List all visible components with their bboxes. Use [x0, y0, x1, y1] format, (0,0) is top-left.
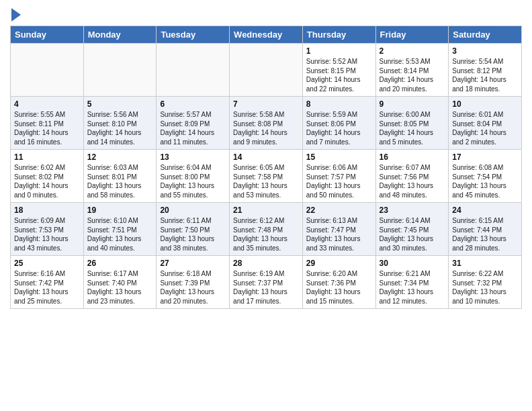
calendar-day-cell: 1Sunrise: 5:52 AM Sunset: 8:15 PM Daylig… — [302, 44, 375, 97]
calendar-day-cell: 30Sunrise: 6:21 AM Sunset: 7:34 PM Dayli… — [375, 256, 449, 309]
day-info: Sunrise: 6:12 AM Sunset: 7:48 PM Dayligh… — [233, 216, 299, 253]
calendar-day-cell: 8Sunrise: 5:59 AM Sunset: 8:06 PM Daylig… — [302, 97, 375, 150]
calendar-day-cell: 25Sunrise: 6:16 AM Sunset: 7:42 PM Dayli… — [11, 256, 84, 309]
day-number: 25 — [14, 259, 80, 268]
calendar-day-cell: 12Sunrise: 6:03 AM Sunset: 8:01 PM Dayli… — [83, 150, 157, 203]
day-info: Sunrise: 5:57 AM Sunset: 8:09 PM Dayligh… — [160, 110, 226, 146]
day-number: 24 — [452, 205, 518, 215]
day-number: 20 — [160, 205, 226, 215]
header — [10, 7, 522, 21]
day-info: Sunrise: 5:52 AM Sunset: 8:15 PM Dayligh… — [306, 57, 372, 93]
day-number: 17 — [452, 152, 518, 162]
day-info: Sunrise: 5:54 AM Sunset: 8:12 PM Dayligh… — [452, 57, 518, 93]
day-info: Sunrise: 6:04 AM Sunset: 8:00 PM Dayligh… — [160, 163, 226, 199]
calendar-day-cell: 26Sunrise: 6:17 AM Sunset: 7:40 PM Dayli… — [83, 256, 157, 309]
calendar-day-cell: 6Sunrise: 5:57 AM Sunset: 8:09 PM Daylig… — [157, 97, 230, 150]
day-number: 28 — [233, 259, 299, 268]
day-number: 9 — [380, 99, 445, 109]
day-info: Sunrise: 6:14 AM Sunset: 7:45 PM Dayligh… — [380, 216, 445, 253]
day-number: 6 — [160, 99, 226, 109]
calendar-day-cell: 2Sunrise: 5:53 AM Sunset: 8:14 PM Daylig… — [375, 44, 449, 97]
day-info: Sunrise: 6:19 AM Sunset: 7:37 PM Dayligh… — [233, 269, 299, 306]
day-info: Sunrise: 6:08 AM Sunset: 7:54 PM Dayligh… — [452, 163, 518, 199]
calendar-day-cell: 4Sunrise: 5:55 AM Sunset: 8:11 PM Daylig… — [11, 97, 84, 150]
calendar-day-cell: 10Sunrise: 6:01 AM Sunset: 8:04 PM Dayli… — [449, 97, 522, 150]
day-info: Sunrise: 6:05 AM Sunset: 7:58 PM Dayligh… — [233, 163, 299, 199]
calendar-day-cell: 21Sunrise: 6:12 AM Sunset: 7:48 PM Dayli… — [230, 203, 303, 256]
day-info: Sunrise: 6:15 AM Sunset: 7:44 PM Dayligh… — [452, 216, 518, 253]
day-number: 31 — [452, 259, 518, 268]
calendar-week-row: 25Sunrise: 6:16 AM Sunset: 7:42 PM Dayli… — [11, 256, 522, 309]
calendar-day-cell: 9Sunrise: 6:00 AM Sunset: 8:05 PM Daylig… — [375, 97, 449, 150]
day-number: 5 — [87, 99, 153, 109]
calendar-day-cell: 31Sunrise: 6:22 AM Sunset: 7:32 PM Dayli… — [449, 256, 522, 309]
day-number: 21 — [233, 205, 299, 215]
day-number: 7 — [233, 99, 299, 109]
calendar-header-monday: Monday — [83, 26, 157, 44]
calendar-day-cell: 22Sunrise: 6:13 AM Sunset: 7:47 PM Dayli… — [302, 203, 375, 256]
day-number: 8 — [306, 99, 372, 109]
calendar-day-cell: 17Sunrise: 6:08 AM Sunset: 7:54 PM Dayli… — [449, 150, 522, 203]
day-number: 11 — [14, 152, 80, 162]
calendar-week-row: 4Sunrise: 5:55 AM Sunset: 8:11 PM Daylig… — [11, 97, 522, 150]
day-info: Sunrise: 6:00 AM Sunset: 8:05 PM Dayligh… — [380, 110, 445, 146]
day-info: Sunrise: 6:10 AM Sunset: 7:51 PM Dayligh… — [87, 216, 153, 253]
day-info: Sunrise: 6:01 AM Sunset: 8:04 PM Dayligh… — [452, 110, 518, 146]
calendar-week-row: 11Sunrise: 6:02 AM Sunset: 8:02 PM Dayli… — [11, 150, 522, 203]
day-info: Sunrise: 6:22 AM Sunset: 7:32 PM Dayligh… — [452, 269, 518, 306]
logo — [10, 7, 21, 21]
day-info: Sunrise: 6:20 AM Sunset: 7:36 PM Dayligh… — [306, 269, 372, 306]
calendar-week-row: 18Sunrise: 6:09 AM Sunset: 7:53 PM Dayli… — [11, 203, 522, 256]
day-number: 16 — [380, 152, 445, 162]
calendar-day-cell: 23Sunrise: 6:14 AM Sunset: 7:45 PM Dayli… — [375, 203, 449, 256]
day-number: 18 — [14, 205, 80, 215]
day-info: Sunrise: 5:58 AM Sunset: 8:08 PM Dayligh… — [233, 110, 299, 146]
calendar-day-cell — [11, 44, 84, 97]
calendar-day-cell: 20Sunrise: 6:11 AM Sunset: 7:50 PM Dayli… — [157, 203, 230, 256]
calendar-day-cell: 24Sunrise: 6:15 AM Sunset: 7:44 PM Dayli… — [449, 203, 522, 256]
calendar-header-thursday: Thursday — [302, 26, 375, 44]
day-info: Sunrise: 6:18 AM Sunset: 7:39 PM Dayligh… — [160, 269, 226, 306]
day-number: 26 — [87, 259, 153, 268]
calendar-day-cell: 28Sunrise: 6:19 AM Sunset: 7:37 PM Dayli… — [230, 256, 303, 309]
day-number: 23 — [380, 205, 445, 215]
calendar-day-cell: 13Sunrise: 6:04 AM Sunset: 8:00 PM Dayli… — [157, 150, 230, 203]
day-info: Sunrise: 5:56 AM Sunset: 8:10 PM Dayligh… — [87, 110, 153, 146]
day-info: Sunrise: 6:17 AM Sunset: 7:40 PM Dayligh… — [87, 269, 153, 306]
calendar-week-row: 1Sunrise: 5:52 AM Sunset: 8:15 PM Daylig… — [11, 44, 522, 97]
calendar-table: SundayMondayTuesdayWednesdayThursdayFrid… — [10, 26, 522, 309]
calendar-header-sunday: Sunday — [11, 26, 84, 44]
calendar-day-cell — [157, 44, 230, 97]
calendar-day-cell: 18Sunrise: 6:09 AM Sunset: 7:53 PM Dayli… — [11, 203, 84, 256]
calendar-day-cell: 3Sunrise: 5:54 AM Sunset: 8:12 PM Daylig… — [449, 44, 522, 97]
day-info: Sunrise: 6:11 AM Sunset: 7:50 PM Dayligh… — [160, 216, 226, 253]
calendar-day-cell: 29Sunrise: 6:20 AM Sunset: 7:36 PM Dayli… — [302, 256, 375, 309]
calendar-day-cell: 27Sunrise: 6:18 AM Sunset: 7:39 PM Dayli… — [157, 256, 230, 309]
day-info: Sunrise: 5:53 AM Sunset: 8:14 PM Dayligh… — [380, 57, 445, 93]
calendar-day-cell: 11Sunrise: 6:02 AM Sunset: 8:02 PM Dayli… — [11, 150, 84, 203]
calendar-day-cell: 19Sunrise: 6:10 AM Sunset: 7:51 PM Dayli… — [83, 203, 157, 256]
day-number: 27 — [160, 259, 226, 268]
day-number: 29 — [306, 259, 372, 268]
calendar-header-saturday: Saturday — [449, 26, 522, 44]
day-number: 30 — [380, 259, 445, 268]
day-number: 19 — [87, 205, 153, 215]
calendar-day-cell — [83, 44, 157, 97]
logo-arrow-icon — [11, 8, 21, 21]
day-number: 22 — [306, 205, 372, 215]
day-info: Sunrise: 6:06 AM Sunset: 7:57 PM Dayligh… — [306, 163, 372, 199]
day-info: Sunrise: 6:02 AM Sunset: 8:02 PM Dayligh… — [14, 163, 80, 199]
day-info: Sunrise: 6:16 AM Sunset: 7:42 PM Dayligh… — [14, 269, 80, 306]
calendar-day-cell: 15Sunrise: 6:06 AM Sunset: 7:57 PM Dayli… — [302, 150, 375, 203]
day-info: Sunrise: 6:07 AM Sunset: 7:56 PM Dayligh… — [380, 163, 445, 199]
day-number: 3 — [452, 46, 518, 56]
day-info: Sunrise: 6:03 AM Sunset: 8:01 PM Dayligh… — [87, 163, 153, 199]
calendar-header-friday: Friday — [375, 26, 449, 44]
day-number: 15 — [306, 152, 372, 162]
calendar-header-row: SundayMondayTuesdayWednesdayThursdayFrid… — [11, 26, 522, 44]
day-info: Sunrise: 6:09 AM Sunset: 7:53 PM Dayligh… — [14, 216, 80, 253]
calendar-day-cell: 7Sunrise: 5:58 AM Sunset: 8:08 PM Daylig… — [230, 97, 303, 150]
day-info: Sunrise: 6:21 AM Sunset: 7:34 PM Dayligh… — [380, 269, 445, 306]
calendar-header-wednesday: Wednesday — [230, 26, 303, 44]
day-number: 2 — [380, 46, 445, 56]
